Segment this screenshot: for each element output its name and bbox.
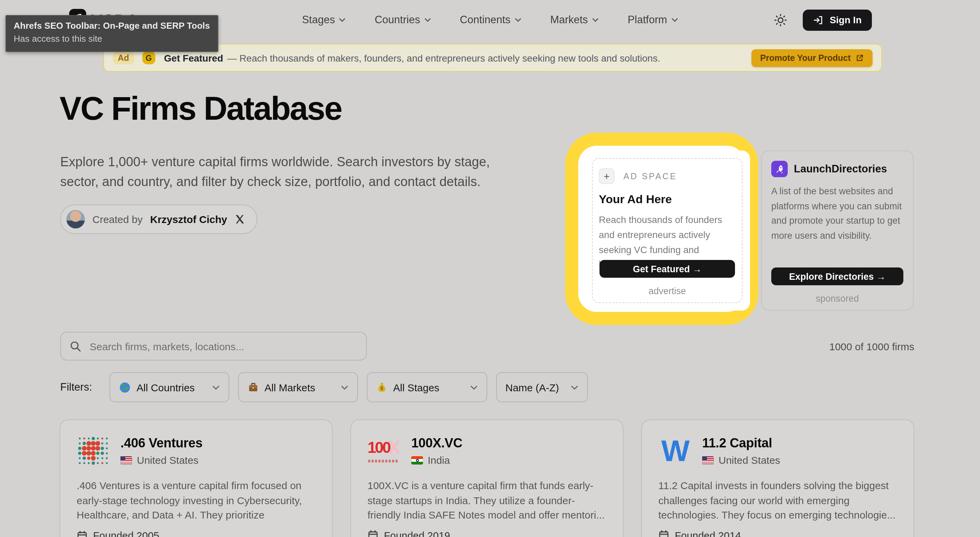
chevron-down-icon	[212, 385, 220, 389]
theme-toggle-sun-icon[interactable]	[774, 13, 788, 27]
firm-card-11-2-capital[interactable]: W 11.2 Capital United States 11.2 Capita…	[641, 419, 914, 537]
x-twitter-icon[interactable]	[235, 214, 245, 224]
search-icon	[70, 340, 81, 352]
filters-label: Filters:	[60, 381, 92, 393]
ad-space-card: + AD SPACE Your Ad Here Reach thousands …	[584, 151, 750, 311]
search-input[interactable]	[88, 340, 357, 353]
calendar-icon	[659, 529, 669, 537]
filters-row: Filters: All Countries	[60, 372, 597, 402]
firm-country: India	[428, 454, 450, 466]
nav-right-group: Sign In	[774, 0, 872, 40]
chevron-down-icon	[570, 385, 578, 389]
svg-text:$: $	[380, 386, 383, 391]
sign-in-label: Sign In	[830, 14, 862, 25]
globe-icon	[119, 381, 130, 393]
nav-item-markets[interactable]: Markets	[550, 14, 599, 26]
creator-name-link[interactable]: Krzysztof Cichy	[150, 213, 227, 225]
chevron-down-icon	[470, 385, 477, 389]
briefcase-icon	[247, 382, 258, 392]
sort-value: Name (A-Z)	[505, 381, 559, 393]
markets-filter-value: All Markets	[264, 381, 315, 393]
firm-founded: Founded 2019	[384, 529, 450, 537]
firm-count: 1000 of 1000 firms	[829, 341, 915, 352]
chevron-down-icon	[592, 18, 599, 22]
sponsor-title: LaunchDirectories	[794, 163, 887, 175]
firm-founded: Founded 2014	[675, 529, 741, 537]
nav-item-stages[interactable]: Stages	[302, 14, 346, 26]
firm-description: 100X.VC is a venture capital firm that f…	[368, 478, 606, 522]
calendar-icon	[368, 529, 379, 537]
us-flag-icon	[121, 456, 132, 464]
markets-filter-dropdown[interactable]: All Markets	[238, 372, 358, 402]
chevron-down-icon	[339, 18, 346, 22]
nav-item-platform[interactable]: Platform	[628, 14, 678, 26]
search-bar	[60, 332, 367, 361]
external-link-icon	[856, 54, 864, 62]
countries-filter-value: All Countries	[137, 381, 195, 393]
chevron-down-icon	[515, 18, 522, 22]
firm-name: 100X.VC	[411, 436, 462, 451]
advertise-link[interactable]: advertise	[593, 286, 742, 296]
nav-item-label: Continents	[460, 14, 511, 26]
chevron-down-icon	[340, 385, 348, 389]
ad-space-label: AD SPACE	[624, 172, 677, 181]
promote-product-button[interactable]: Promote Your Product	[751, 49, 873, 67]
sponsored-label: sponsored	[762, 294, 913, 304]
banner-text: — Reach thousands of makers, founders, a…	[227, 52, 660, 63]
firm-card-grid: .406 Ventures United States .406 Venture…	[60, 419, 914, 537]
sponsor-text: A list of the best websites and platform…	[771, 184, 904, 243]
stages-filter-value: All Stages	[393, 381, 439, 393]
nav-item-countries[interactable]: Countries	[375, 14, 431, 26]
tooltip-subtitle: Has access to this site	[14, 33, 210, 46]
plus-icon: +	[599, 168, 614, 184]
extension-tooltip: Ahrefs SEO Toolbar: On-Page and SERP Too…	[5, 15, 218, 52]
firm-description: .406 Ventures is a venture capital firm …	[76, 478, 315, 523]
tooltip-title: Ahrefs SEO Toolbar: On-Page and SERP Too…	[14, 20, 210, 33]
firm-logo-dot-matrix	[76, 434, 110, 467]
chevron-down-icon	[671, 18, 678, 22]
promo-banner: Ad G Get Featured — Reach thousands of m…	[103, 44, 882, 72]
login-icon	[813, 15, 824, 25]
nav-item-continents[interactable]: Continents	[460, 14, 522, 26]
g-badge: G	[142, 51, 155, 64]
nav-item-label: Platform	[628, 14, 667, 26]
countries-filter-dropdown[interactable]: All Countries	[109, 372, 229, 402]
chevron-down-icon	[424, 18, 431, 22]
ad-space-title: Your Ad Here	[599, 193, 736, 207]
rocket-icon	[771, 161, 788, 177]
firm-name: .406 Ventures	[121, 436, 202, 451]
creator-avatar	[66, 210, 85, 229]
sign-in-button[interactable]: Sign In	[803, 9, 872, 30]
firm-country: United States	[719, 454, 780, 466]
ad-badge: Ad	[113, 52, 134, 64]
firm-name: 11.2 Capital	[702, 436, 780, 451]
firm-card-100x-vc[interactable]: 100X 100X.VC India 100X.VC is a venture …	[350, 419, 624, 537]
banner-title: Get Featured	[164, 52, 223, 63]
india-flag-icon	[411, 456, 423, 464]
created-by-label: Created by	[92, 213, 143, 225]
us-flag-icon	[702, 456, 714, 464]
page-title: VC Firms Database	[60, 90, 342, 127]
explore-directories-button[interactable]: Explore Directories →	[771, 267, 904, 285]
nav-item-label: Countries	[375, 14, 420, 26]
promote-product-label: Promote Your Product	[760, 53, 851, 63]
firm-description: 11.2 Capital invests in founders solving…	[659, 478, 897, 522]
browser-viewport: VCDA m Stages Countries Continents Marke…	[0, 0, 980, 537]
ad-space-dashed-area: + AD SPACE Your Ad Here Reach thousands …	[592, 158, 743, 303]
sponsor-card: LaunchDirectories A list of the best web…	[761, 151, 914, 311]
nav-item-label: Markets	[550, 14, 588, 26]
firm-logo-w: W	[659, 434, 691, 467]
calendar-icon	[76, 530, 88, 537]
sort-dropdown[interactable]: Name (A-Z)	[496, 372, 587, 402]
page-subtitle: Explore 1,000+ venture capital firms wor…	[60, 153, 515, 192]
moneybag-icon: $	[376, 382, 387, 392]
firm-founded: Founded 2005	[93, 529, 159, 537]
get-featured-button[interactable]: Get Featured →	[600, 260, 735, 278]
nav-item-label: Stages	[302, 14, 335, 26]
firm-logo-100x: 100X	[368, 434, 400, 467]
firm-card-406-ventures[interactable]: .406 Ventures United States .406 Venture…	[60, 419, 332, 537]
creator-pill: Created by Krzysztof Cichy	[60, 205, 257, 234]
stages-filter-dropdown[interactable]: $ All Stages	[366, 372, 487, 402]
firm-country: United States	[137, 454, 199, 466]
